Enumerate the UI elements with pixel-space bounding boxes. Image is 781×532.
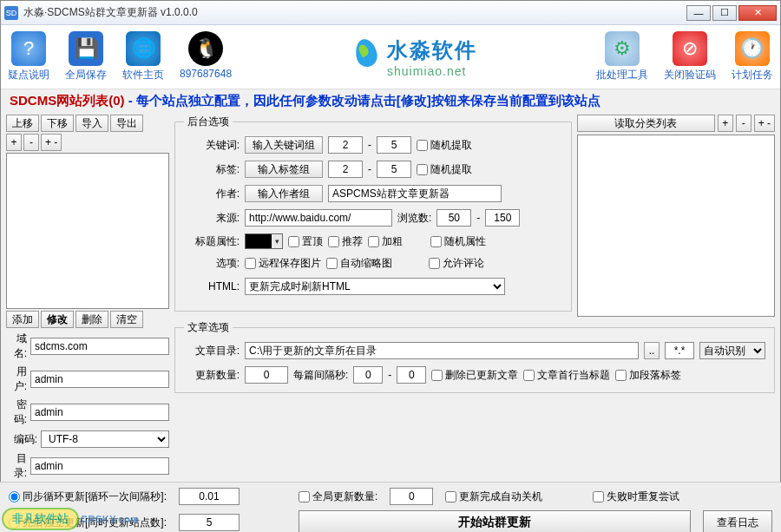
views-min[interactable]	[436, 209, 471, 227]
kw-random-check[interactable]	[417, 140, 428, 151]
bottom-bar: 同步循环更新[循环一次间隔秒]: 全局更新数量: 更新完成自动关机 失败时重复尝…	[0, 482, 781, 532]
global-count-input[interactable]	[390, 488, 433, 505]
right-panel: 读取分类列表 + - + -	[577, 115, 775, 317]
retry-check[interactable]	[593, 491, 604, 502]
seq-count-input[interactable]	[179, 514, 240, 531]
clear-button[interactable]: 清空	[110, 311, 143, 328]
move-up-button[interactable]: 上移	[6, 115, 39, 132]
addpara-check[interactable]	[615, 370, 627, 381]
left-minus-button[interactable]: -	[23, 134, 39, 151]
maximize-button[interactable]: ☐	[712, 5, 737, 21]
kw-max[interactable]	[377, 136, 411, 154]
user-label: 用户:	[6, 365, 27, 394]
add-button[interactable]: 添加	[6, 311, 39, 328]
article-legend: 文章选项	[184, 320, 233, 335]
dir-input[interactable]	[30, 457, 169, 475]
left-pm-button[interactable]: + -	[41, 134, 62, 151]
gear-icon: ⚙	[605, 31, 640, 66]
pass-label: 密码:	[6, 397, 27, 427]
domain-input[interactable]	[30, 338, 169, 355]
source-input[interactable]	[245, 209, 392, 227]
html-select[interactable]: 更新完成时刷新HTML	[245, 278, 505, 295]
minimize-button[interactable]: —	[686, 5, 711, 21]
left-plus-button[interactable]: +	[6, 134, 22, 151]
start-button[interactable]: 开始站群更新	[299, 510, 691, 532]
category-list[interactable]	[577, 135, 775, 317]
import-button[interactable]: 导入	[75, 115, 108, 132]
schedule-button[interactable]: 🕐计划任务	[732, 31, 773, 82]
titleattr-label: 标题属性:	[184, 234, 240, 249]
artdir-input[interactable]	[245, 342, 639, 359]
tag-max[interactable]	[377, 161, 411, 178]
log-button[interactable]: 查看日志	[703, 510, 772, 532]
views-label: 浏览数:	[397, 211, 431, 226]
seq-mode-radio[interactable]	[9, 517, 20, 529]
recommend-check[interactable]	[328, 236, 339, 247]
kw-min[interactable]	[328, 136, 363, 154]
author-group-button[interactable]: 输入作者组	[245, 185, 323, 202]
right-plus-button[interactable]: +	[718, 115, 733, 132]
shutdown-check[interactable]	[445, 491, 456, 502]
export-button[interactable]: 导出	[110, 115, 143, 132]
top-check[interactable]	[288, 236, 299, 247]
save-icon: 💾	[69, 31, 103, 66]
tag-group-button[interactable]: 输入标签组	[245, 161, 323, 178]
site-list[interactable]	[6, 153, 169, 309]
kw-group-button[interactable]: 输入关键词组	[245, 136, 323, 154]
delete-button[interactable]: 删除	[75, 311, 108, 328]
backend-legend: 后台选项	[184, 115, 233, 129]
forbidden-icon: ⊘	[673, 31, 707, 66]
move-down-button[interactable]: 下移	[41, 115, 74, 132]
home-button[interactable]: 🌐软件主页	[122, 31, 164, 82]
backend-options: 后台选项 关键词: 输入关键词组 - 随机提取 标签: 输入标签组 - 随机提取…	[174, 115, 572, 312]
sync-mode-radio[interactable]	[9, 491, 20, 502]
user-input[interactable]	[30, 371, 169, 388]
edit-button[interactable]: 修改	[41, 311, 74, 328]
right-minus-button[interactable]: -	[736, 115, 751, 132]
interval-min[interactable]	[353, 366, 383, 384]
color-picker[interactable]	[245, 233, 283, 249]
site-list-hint: - 每个站点独立配置，因此任何参数改动请点击[修改]按钮来保存当前配置到该站点	[125, 93, 601, 108]
sync-interval-input[interactable]	[179, 488, 240, 505]
help-icon: ?	[11, 31, 46, 66]
artdir-label: 文章目录:	[184, 344, 240, 358]
ext-input[interactable]	[665, 342, 694, 359]
source-label: 来源:	[184, 211, 240, 226]
toolbar: ?疑点说明 💾全局保存 🌐软件主页 🐧897687648 水淼软件shuimia…	[1, 25, 780, 89]
upcnt-label: 更新数量:	[184, 368, 240, 383]
help-button[interactable]: ?疑点说明	[8, 31, 49, 82]
comment-check[interactable]	[429, 258, 440, 269]
right-pm-button[interactable]: + -	[754, 115, 775, 132]
tag-min[interactable]	[328, 161, 363, 178]
close-button[interactable]: ✕	[738, 5, 777, 21]
interval-max[interactable]	[397, 366, 426, 384]
clock-icon: 🕐	[735, 31, 770, 66]
globe-icon: 🌐	[126, 31, 161, 66]
thumb-check[interactable]	[326, 258, 338, 269]
domain-label: 域名:	[6, 332, 27, 361]
kw-label: 关键词:	[184, 138, 240, 153]
tag-random-check[interactable]	[417, 164, 428, 175]
author-input[interactable]	[328, 185, 502, 202]
pass-input[interactable]	[30, 404, 169, 421]
delupd-check[interactable]	[431, 370, 443, 381]
save-button[interactable]: 💾全局保存	[65, 31, 107, 82]
qq-button[interactable]: 🐧897687648	[180, 31, 232, 82]
detect-select[interactable]: 自动识别	[699, 342, 765, 359]
upcnt-input[interactable]	[245, 366, 288, 384]
batch-button[interactable]: ⚙批处理工具	[596, 31, 648, 82]
global-count-check[interactable]	[299, 491, 310, 502]
randattr-check[interactable]	[430, 236, 442, 247]
enc-label: 编码:	[6, 432, 37, 447]
firstline-check[interactable]	[523, 370, 535, 381]
views-max[interactable]	[485, 209, 520, 227]
titlebar: SD 水淼·SDCMS站群文章更新器 v1.0.0.0 — ☐ ✕	[1, 1, 780, 25]
enc-select[interactable]: UTF-8	[41, 430, 169, 448]
bold-check[interactable]	[368, 236, 379, 247]
saveimg-check[interactable]	[245, 258, 256, 269]
droplet-icon	[351, 37, 382, 77]
captcha-button[interactable]: ⊘关闭验证码	[664, 31, 716, 82]
browse-button[interactable]: ..	[644, 342, 660, 359]
read-category-button[interactable]: 读取分类列表	[577, 115, 715, 132]
page-header: SDCMS网站列表(0) - 每个站点独立配置，因此任何参数改动请点击[修改]按…	[1, 89, 780, 113]
